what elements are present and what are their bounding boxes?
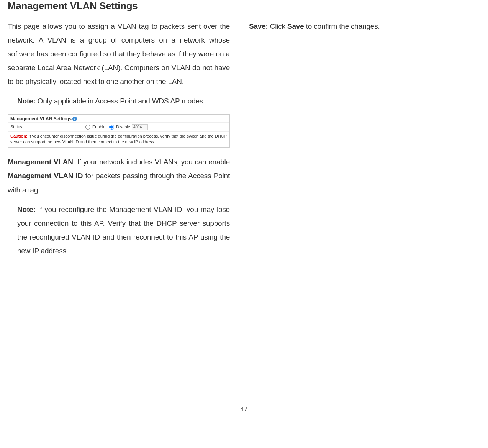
info-icon[interactable]: i bbox=[72, 117, 77, 121]
save-label: Save: bbox=[249, 22, 268, 30]
caution-label: Caution: bbox=[10, 134, 28, 138]
enable-label: Enable bbox=[92, 125, 105, 129]
caution-text: If you encounter disconnection issue dur… bbox=[10, 134, 227, 144]
disable-radio[interactable] bbox=[109, 125, 114, 130]
save-bold: Save bbox=[287, 22, 304, 30]
page-number: 47 bbox=[8, 405, 480, 413]
save-text-before: Click bbox=[268, 22, 287, 30]
widget-title: Management VLAN Settings bbox=[10, 116, 72, 121]
enable-radio[interactable] bbox=[85, 125, 90, 130]
note-1-label: Note: bbox=[17, 97, 36, 105]
note-2-label: Note: bbox=[17, 205, 36, 213]
widget-status-row: Status Enable Disable bbox=[8, 123, 229, 132]
page-title: Management VLAN Settings bbox=[8, 0, 480, 12]
save-text-after: to confirm the changes. bbox=[304, 22, 380, 30]
widget-header: Management VLAN Settings i bbox=[8, 115, 229, 123]
disable-label: Disable bbox=[116, 125, 130, 129]
widget-caution: Caution: If you encounter disconnection … bbox=[8, 132, 229, 148]
status-label: Status bbox=[10, 125, 83, 129]
note-2: Note: If you reconfigure the Management … bbox=[8, 203, 230, 258]
save-paragraph: Save: Click Save to confirm the changes. bbox=[249, 20, 471, 33]
vlan-id-input[interactable] bbox=[132, 124, 148, 130]
intro-paragraph: This page allows you to assign a VLAN ta… bbox=[8, 20, 230, 89]
note-1-text: Only applicable in Access Point and WDS … bbox=[36, 97, 205, 105]
vlan-settings-widget: Management VLAN Settings i Status Enable… bbox=[8, 114, 230, 148]
mgmt-vlan-paragraph: Management VLAN: If your network include… bbox=[8, 155, 230, 197]
mgmt-vlan-id-bold: Management VLAN ID bbox=[8, 172, 83, 180]
note-1: Note: Only applicable in Access Point an… bbox=[8, 94, 230, 108]
note-2-text: If you reconfigure the Management VLAN I… bbox=[17, 205, 230, 255]
mgmt-vlan-text-before: : If your network includes VLANs, you ca… bbox=[73, 158, 230, 166]
mgmt-vlan-label: Management VLAN bbox=[8, 158, 73, 166]
